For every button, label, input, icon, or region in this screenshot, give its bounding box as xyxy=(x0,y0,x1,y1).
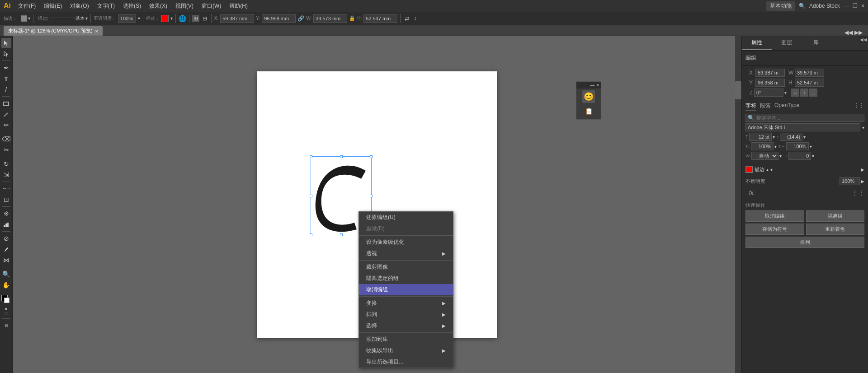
stroke-width-control[interactable]: 基本 ▾ xyxy=(52,15,88,22)
transform-icon2[interactable]: ↕ xyxy=(412,15,418,22)
blend-tool[interactable]: ⋈ xyxy=(1,255,11,265)
pen-tool[interactable]: ✒ xyxy=(1,63,11,73)
char-tab-character[interactable]: 字符 xyxy=(745,102,756,111)
tracking-arrow[interactable]: ▾ xyxy=(779,154,782,159)
menu-type[interactable]: 文字(T) xyxy=(94,1,118,11)
window-minimize-icon[interactable]: — xyxy=(844,3,849,9)
x-coord-input[interactable] xyxy=(755,69,785,77)
ctx-add-library[interactable]: 添加到库 xyxy=(359,334,453,345)
qa-isolate-btn[interactable]: 隔离组 xyxy=(806,210,865,222)
document-tab[interactable]: 未标题-1* @ 126% (CMYK/GPU 预览) × xyxy=(4,26,103,36)
panel-collapse-left[interactable]: ◀◀ xyxy=(844,29,853,36)
float-close-btn[interactable]: × xyxy=(596,83,599,88)
style-swatch[interactable] xyxy=(161,15,169,22)
menu-select[interactable]: 选择(S) xyxy=(119,1,145,11)
h-input[interactable] xyxy=(363,14,397,23)
ctx-pixel-optimize[interactable]: 设为像素级优化 xyxy=(359,237,453,248)
scale-v-arrow[interactable]: ▾ xyxy=(810,144,812,149)
window-close-icon[interactable]: × xyxy=(861,3,864,9)
slice-tool[interactable]: ⊘ xyxy=(1,233,11,243)
ctx-transform[interactable]: 变换 ▶ xyxy=(359,298,453,309)
ctx-redo[interactable]: 重做(D) xyxy=(359,223,453,234)
ctx-crop-image[interactable]: 裁剪图像 xyxy=(359,261,453,273)
ctx-export-selection[interactable]: 导出所选项目... xyxy=(359,356,453,368)
zoom-tool[interactable]: 🔍 xyxy=(1,269,11,279)
stroke-arrow[interactable]: ▾ xyxy=(28,16,30,21)
more-transform-btn[interactable]: … xyxy=(809,89,817,97)
column-graph-tool[interactable] xyxy=(1,219,11,229)
rect-tool[interactable] xyxy=(1,98,11,108)
ctx-select[interactable]: 选择 ▶ xyxy=(359,320,453,331)
fx-more-btn[interactable]: ⋮⋮ xyxy=(852,189,864,196)
opacity-expand-btn[interactable]: ▶ xyxy=(861,179,864,184)
opacity-input[interactable] xyxy=(118,14,136,23)
line-height-input[interactable] xyxy=(780,133,802,141)
change-screen-mode[interactable]: ⊟ xyxy=(1,321,11,331)
scissors-tool[interactable]: ✂ xyxy=(1,145,11,155)
font-name-input[interactable] xyxy=(745,123,860,131)
y-input[interactable] xyxy=(262,14,296,23)
ctx-isolate-group[interactable]: 隔离选定的组 xyxy=(359,273,453,284)
scroll-thumb[interactable] xyxy=(735,81,741,99)
tracking-val-arrow[interactable]: ▾ xyxy=(812,154,814,159)
ctx-perspective[interactable]: 透视 ▶ xyxy=(359,248,453,259)
lock-icon[interactable]: 🔒 xyxy=(349,15,355,21)
hand-tool[interactable]: ✋ xyxy=(1,280,11,290)
scale-h-arrow[interactable]: ▾ xyxy=(774,144,777,149)
float-sample-icon2[interactable]: 📋 xyxy=(582,105,595,117)
line-height-arrow[interactable]: ▾ xyxy=(803,135,806,140)
ctx-collect-export[interactable]: 收集以导出 ▶ xyxy=(359,345,453,356)
eyedropper-tool[interactable] xyxy=(1,244,11,254)
tab-layers[interactable]: 图层 xyxy=(772,36,802,50)
select-tool[interactable] xyxy=(1,38,11,48)
opacity-val-input[interactable] xyxy=(840,177,860,185)
stroke-up-arrow[interactable]: ▴ xyxy=(766,167,769,172)
tab-properties[interactable]: 属性 xyxy=(742,36,772,50)
scale-v-input[interactable] xyxy=(786,142,809,150)
ctx-ungroup[interactable]: 取消编组 xyxy=(359,284,453,295)
tracking-select[interactable]: 自动 xyxy=(751,152,778,160)
menu-effect[interactable]: 效果(X) xyxy=(146,1,171,11)
stroke-down-arrow[interactable]: ▾ xyxy=(770,167,773,172)
stroke-color-swatch[interactable] xyxy=(21,15,27,22)
font-search-input[interactable] xyxy=(756,115,864,121)
char-tab-paragraph[interactable]: 段落 xyxy=(760,102,771,111)
paintbrush-tool[interactable] xyxy=(1,109,11,119)
rotate-tool[interactable]: ↻ xyxy=(1,159,11,169)
eraser-tool[interactable]: ⌫ xyxy=(1,134,11,144)
tab-libraries[interactable]: 库 xyxy=(801,36,831,50)
workspace-button[interactable]: 基本功能 xyxy=(766,1,795,11)
flip-v-btn[interactable]: ↕ xyxy=(800,89,808,97)
symbol-tool[interactable]: ※ xyxy=(1,209,11,219)
float-sample-icon1[interactable]: 😊 xyxy=(582,90,595,103)
menu-object[interactable]: 对象(O) xyxy=(66,1,92,11)
w-coord-input[interactable] xyxy=(795,69,824,77)
direct-select-tool[interactable] xyxy=(1,49,11,59)
ctx-arrange[interactable]: 排列 ▶ xyxy=(359,309,453,320)
float-minimize-btn[interactable]: — xyxy=(590,83,594,88)
link-xy-icon[interactable]: 🔗 xyxy=(297,15,304,22)
menu-help[interactable]: 帮助(H) xyxy=(226,1,251,11)
tracking-val-input[interactable] xyxy=(788,152,811,160)
angle-input[interactable] xyxy=(754,89,783,97)
menu-file[interactable]: 文件(F) xyxy=(14,1,39,11)
stroke-color-box[interactable] xyxy=(745,166,753,173)
window-resize-icon[interactable]: ❐ xyxy=(853,3,858,9)
adobe-stock-link[interactable]: Adobe Stock xyxy=(809,3,840,9)
type-tool[interactable]: T xyxy=(1,74,11,84)
free-transform-tool[interactable]: ⊡ xyxy=(1,195,11,205)
vertical-scrollbar[interactable] xyxy=(735,36,741,373)
menu-window[interactable]: 窗口(W) xyxy=(198,1,225,11)
fill-stroke-area[interactable] xyxy=(1,295,11,305)
h-coord-input[interactable] xyxy=(795,79,824,87)
panel-expand-right[interactable]: ▶▶ xyxy=(854,29,863,36)
tab-close-button[interactable]: × xyxy=(95,28,98,34)
menu-view[interactable]: 视图(V) xyxy=(172,1,197,11)
scale-h-input[interactable] xyxy=(751,142,774,150)
scale-tool[interactable]: ⇲ xyxy=(1,170,11,180)
y-coord-input[interactable] xyxy=(755,79,785,87)
pencil-tool[interactable]: ✏ xyxy=(1,120,11,130)
x-input[interactable] xyxy=(220,14,254,23)
flip-h-btn[interactable]: ↔ xyxy=(791,89,799,97)
grid-icon1[interactable]: ⊞ xyxy=(192,15,199,22)
